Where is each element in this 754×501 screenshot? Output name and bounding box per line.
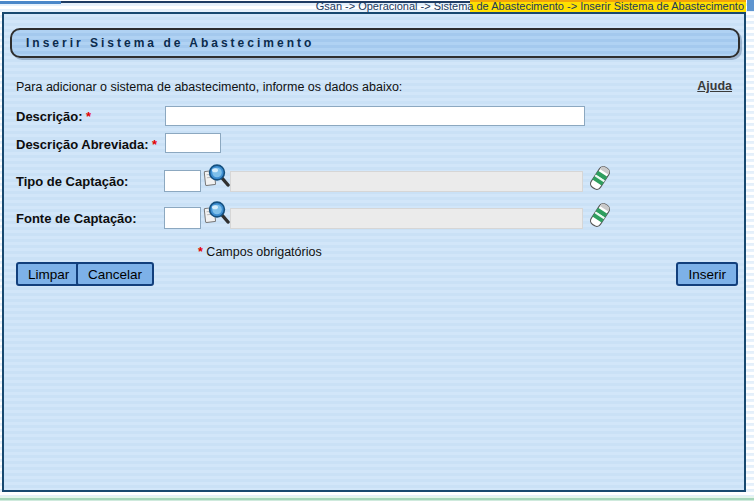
fonte-captacao-label: Fonte de Captação: [16,211,137,226]
tipo-captacao-erase-button[interactable] [588,164,612,192]
main-frame: Inserir Sistema de Abastecimento Para ad… [2,12,746,492]
search-icon [203,163,230,191]
inserir-button[interactable]: Inserir [676,262,738,286]
descricao-abreviada-label: Descrição Abreviada: * [16,137,157,152]
breadcrumb: Gsan -> Operacional -> Sistema de Abaste… [316,0,744,12]
tipo-captacao-code-input[interactable] [164,170,201,192]
descricao-abreviada-input[interactable] [165,133,221,153]
help-link[interactable]: Ajuda [697,79,732,93]
page-title: Inserir Sistema de Abastecimento [12,30,738,56]
eraser-icon [588,201,612,229]
fonte-captacao-label-text: Fonte de Captação: [16,211,137,226]
top-blue-bar [0,1,61,4]
top-right-block [747,0,754,11]
page-title-bar: Inserir Sistema de Abastecimento [10,28,740,58]
required-note-text: Campos obrigatórios [203,245,322,259]
bottom-green-line [0,496,754,501]
descricao-label: Descrição: * [16,109,91,124]
fonte-captacao-description-field [230,208,583,229]
limpar-button[interactable]: Limpar [16,262,81,286]
tipo-captacao-description-field [230,171,583,192]
descricao-abreviada-required-marker: * [152,137,157,152]
tipo-captacao-search-button[interactable] [203,163,230,191]
required-fields-note: * Campos obrigatórios [198,245,322,259]
tipo-captacao-label-text: Tipo de Captação: [16,174,128,189]
fonte-captacao-search-button[interactable] [203,200,230,228]
eraser-icon [588,164,612,192]
descricao-input[interactable] [165,106,585,126]
fonte-captacao-code-input[interactable] [164,207,201,229]
descricao-label-text: Descrição: [16,109,82,124]
descricao-abreviada-label-text: Descrição Abreviada: [16,137,148,152]
search-icon [203,200,230,228]
fonte-captacao-erase-button[interactable] [588,201,612,229]
tipo-captacao-label: Tipo de Captação: [16,174,128,189]
instruction-text: Para adicionar o sistema de abasteciment… [16,80,402,94]
descricao-required-marker: * [86,109,91,124]
cancelar-button[interactable]: Cancelar [76,262,154,286]
